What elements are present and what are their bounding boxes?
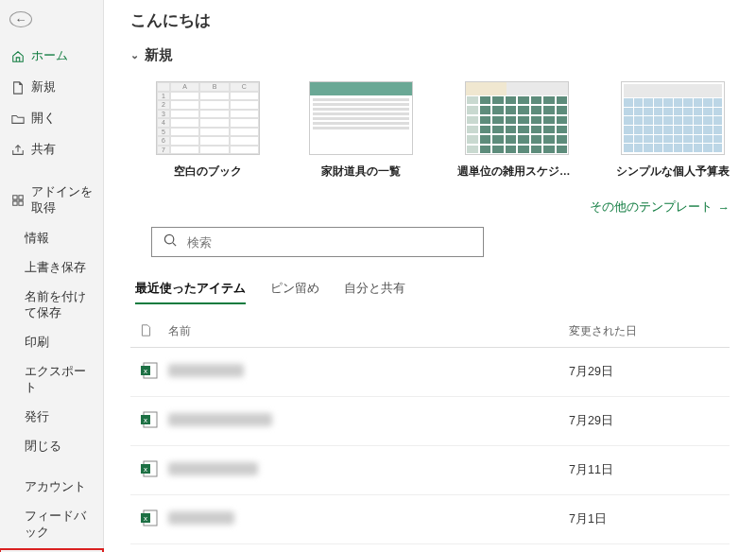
svg-text:x: x — [144, 514, 147, 523]
table-row[interactable]: x 7月29日 — [130, 348, 730, 397]
sidebar-item-info[interactable]: 情報 — [0, 224, 103, 253]
col-header-date[interactable]: 変更された日 — [569, 323, 730, 339]
template-label: 家財道具の一覧 — [304, 164, 418, 179]
sidebar-item-label: アドインを取得 — [31, 184, 94, 216]
template-list: ABC1234567 空白のブック 家財道具の一覧 週単位の雑用スケジュール (… — [151, 81, 730, 179]
template-thumbnail — [465, 81, 569, 155]
sidebar-item-home[interactable]: ホーム — [0, 41, 103, 72]
folder-icon — [11, 112, 25, 126]
tab-recent[interactable]: 最近使ったアイテム — [135, 280, 246, 304]
table-header: 名前 変更された日 — [130, 316, 730, 348]
template-blank[interactable]: ABC1234567 空白のブック — [151, 81, 265, 179]
svg-point-0 — [164, 234, 173, 243]
template-thumbnail: ABC1234567 — [156, 81, 260, 155]
sidebar-item-export[interactable]: エクスポート — [0, 357, 103, 403]
file-name — [168, 462, 569, 478]
recent-tabs: 最近使ったアイテム ピン留め 自分と共有 — [135, 280, 730, 304]
xlsx-icon: x — [140, 410, 168, 432]
sidebar-item-publish[interactable]: 発行 — [0, 403, 103, 432]
template-label: シンプルな個人予算表 — [616, 164, 730, 179]
sidebar-item-new[interactable]: 新規 — [0, 72, 103, 103]
tab-pinned[interactable]: ピン留め — [270, 280, 319, 304]
file-date: 7月29日 — [569, 413, 730, 429]
sidebar-item-saveas[interactable]: 名前を付けて保存 — [0, 283, 103, 328]
home-icon — [11, 50, 25, 63]
more-templates-label: その他のテンプレート — [590, 199, 713, 216]
template-label: 週単位の雑用スケジュール (プ… — [457, 164, 576, 179]
xlsx-icon: x — [140, 459, 168, 481]
col-header-name[interactable]: 名前 — [168, 323, 569, 339]
file-date: 7月29日 — [569, 364, 730, 380]
sidebar-item-share[interactable]: 共有 — [0, 134, 103, 165]
sidebar-item-open[interactable]: 開く — [0, 103, 103, 134]
template-schedule[interactable]: 週単位の雑用スケジュール (プ… — [457, 81, 576, 179]
file-name — [168, 413, 569, 429]
page-title: こんにちは — [130, 9, 730, 31]
sidebar-item-label: 開く — [31, 111, 56, 127]
arrow-right-icon: → — [718, 201, 730, 215]
share-icon — [11, 144, 25, 157]
main-panel: こんにちは ⌄ 新規 ABC1234567 空白のブック 家財道具の一覧 — [104, 0, 756, 552]
svg-line-1 — [173, 243, 176, 246]
template-thumbnail — [309, 81, 413, 155]
sidebar-item-close[interactable]: 閉じる — [0, 432, 103, 461]
template-budget[interactable]: シンプルな個人予算表 — [616, 81, 730, 179]
table-row[interactable]: x 7月29日 — [130, 397, 730, 446]
chevron-down-icon: ⌄ — [130, 49, 139, 61]
sidebar-item-print[interactable]: 印刷 — [0, 328, 103, 357]
doc-icon — [140, 324, 168, 339]
table-row[interactable]: x 7月1日 — [130, 495, 730, 544]
more-templates-link[interactable]: その他のテンプレート → — [130, 199, 730, 216]
template-thumbnail — [621, 81, 725, 155]
grid-icon — [11, 194, 25, 207]
back-button[interactable]: ← — [9, 11, 32, 27]
file-name — [168, 511, 569, 527]
new-section-header[interactable]: ⌄ 新規 — [130, 46, 730, 64]
tab-shared[interactable]: 自分と共有 — [344, 280, 405, 304]
table-row[interactable]: x 7月11日 — [130, 446, 730, 495]
sidebar-item-account[interactable]: アカウント — [0, 473, 103, 502]
file-date: 7月1日 — [569, 511, 730, 527]
svg-text:x: x — [144, 465, 147, 474]
sidebar-item-save[interactable]: 上書き保存 — [0, 253, 103, 283]
template-inventory[interactable]: 家財道具の一覧 — [304, 81, 418, 179]
sidebar-item-label: ホーム — [31, 48, 68, 64]
search-input[interactable] — [187, 235, 472, 250]
section-title: 新規 — [145, 46, 173, 64]
template-label: 空白のブック — [151, 164, 265, 179]
sidebar-item-label: 新規 — [31, 79, 56, 95]
sidebar-item-addins[interactable]: アドインを取得 — [0, 177, 103, 224]
sidebar: ← ホーム 新規 開く 共有 アドインを取得 情報 上書き保存 名前を付けて保存… — [0, 0, 104, 552]
svg-text:x: x — [144, 416, 147, 424]
sidebar-item-label: 共有 — [31, 142, 56, 158]
search-box[interactable] — [151, 227, 484, 257]
search-icon — [163, 233, 178, 250]
svg-text:x: x — [144, 367, 147, 375]
back-arrow-icon: ← — [15, 12, 27, 26]
sidebar-item-feedback[interactable]: フィードバック — [0, 502, 103, 547]
xlsx-icon: x — [140, 509, 168, 530]
file-name — [168, 364, 569, 380]
xlsx-icon: x — [140, 361, 168, 383]
doc-icon — [11, 81, 25, 95]
table-row[interactable]: x 6月30日 — [130, 544, 730, 552]
file-date: 7月11日 — [569, 462, 730, 478]
